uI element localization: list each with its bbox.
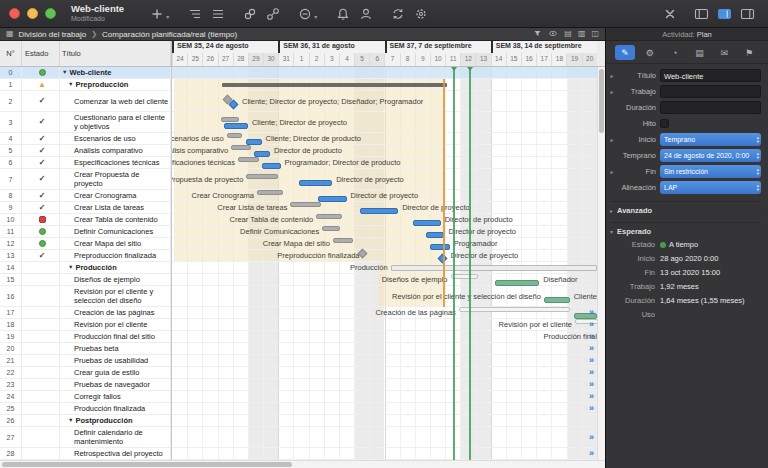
table-row[interactable]: 18Revisión por el cliente (0, 319, 171, 331)
disclosure-triangle-icon[interactable]: ▼ (68, 80, 73, 89)
gantt-row[interactable]: Cliente; Director de proyecto (172, 112, 597, 133)
field-popup[interactable]: LAP▴▾ (660, 181, 761, 194)
day-header[interactable]: 27 (218, 53, 233, 66)
day-header[interactable]: 8 (400, 53, 415, 66)
continuation-arrows-icon[interactable]: » (589, 355, 594, 366)
list-view-icon[interactable] (209, 5, 226, 22)
actual-bar[interactable] (544, 297, 570, 303)
day-header[interactable]: 13 (475, 53, 490, 66)
planned-milestone-icon[interactable] (358, 249, 368, 259)
day-header[interactable]: 25 (187, 53, 202, 66)
resources-person-icon[interactable] (357, 5, 374, 22)
continuation-arrows-icon[interactable]: » (589, 403, 594, 414)
gantt-row[interactable]: Crear Propuesta de proyectoDirector de p… (172, 169, 597, 190)
inspector-toggle-icon[interactable] (716, 5, 733, 22)
add-activity-icon[interactable] (148, 5, 165, 22)
chevron-down-icon[interactable]: ▾ (166, 13, 169, 20)
planned-bar[interactable] (459, 307, 570, 312)
day-header[interactable]: 16 (521, 53, 536, 66)
library-panel-icon[interactable] (739, 5, 756, 22)
day-header[interactable]: 4 (339, 53, 354, 66)
field-popup[interactable]: 24 de agosto de 2020, 0:00▴▾ (660, 149, 761, 162)
planned-bar[interactable] (316, 214, 342, 219)
summary-bar[interactable] (222, 83, 447, 87)
table-row[interactable]: 1▲▼Preproducción (0, 79, 171, 91)
day-header[interactable]: 18 (551, 53, 566, 66)
breadcrumb-subview[interactable]: Comparación planificada/real (tiempo) (102, 30, 237, 39)
inspector-tab-columns[interactable]: ▤ (689, 45, 709, 60)
day-header[interactable]: 29 (248, 53, 263, 66)
column-header-title[interactable]: Título (60, 41, 171, 66)
gantt-row[interactable]: Revisión por el cliente» (172, 319, 597, 331)
gantt-row[interactable]: » (172, 448, 597, 460)
actual-bar[interactable] (224, 123, 248, 129)
table-row[interactable]: 15Diseños de ejemplo (0, 274, 171, 286)
sync-icon[interactable] (389, 5, 406, 22)
gantt-chart[interactable]: Cliente; Director de proyecto; Diseñador… (172, 67, 597, 460)
view-option-split-icon[interactable]: ◫ (591, 30, 599, 38)
inspector-tab-schedule[interactable]: ◔ (665, 45, 685, 60)
day-header[interactable]: 3 (324, 53, 339, 66)
continuation-arrows-icon[interactable]: » (589, 319, 594, 330)
table-row[interactable]: 28Retrospectiva del proyecto (0, 448, 171, 460)
planned-bar[interactable] (322, 226, 340, 231)
gantt-row[interactable]: » (172, 391, 597, 403)
continuation-arrows-icon[interactable]: » (589, 379, 594, 390)
horizontal-scrollbar[interactable] (0, 460, 605, 468)
gantt-row[interactable]: » (172, 379, 597, 391)
gantt-row[interactable]: Diseños de ejemploDiseñador (172, 274, 597, 286)
continuation-arrows-icon[interactable]: » (589, 331, 594, 342)
day-header[interactable]: 7 (384, 53, 399, 66)
gantt-row[interactable]: Crear CronogramaDirector de proyecto (172, 190, 597, 202)
table-row[interactable]: 27Definir calendario de mantenimiento (0, 427, 171, 448)
disclosure-icon[interactable]: ▸ (608, 136, 616, 143)
zoom-window-button[interactable] (45, 8, 56, 19)
summary-bar[interactable] (391, 265, 597, 271)
disclosure-triangle-icon[interactable]: ▼ (68, 416, 73, 425)
day-header[interactable]: 9 (415, 53, 430, 66)
table-row[interactable]: 25Producción finalizada (0, 403, 171, 415)
minimize-window-button[interactable] (27, 8, 38, 19)
table-row[interactable]: 2✓Comenzar la web del cliente (0, 91, 171, 112)
continuation-arrows-icon[interactable]: » (589, 391, 594, 402)
table-row[interactable]: 4✓Escenarios de uso (0, 133, 171, 145)
gantt-row[interactable]: Producción (172, 262, 597, 274)
day-header[interactable]: 6 (369, 53, 384, 66)
gantt-row[interactable]: » (172, 355, 597, 367)
planned-bar[interactable] (451, 274, 478, 279)
continuation-arrows-icon[interactable]: » (589, 343, 594, 354)
field-input[interactable]: Web-cliente (660, 69, 761, 82)
table-row[interactable]: 26▼Postproducción (0, 415, 171, 427)
gantt-row[interactable]: Análisis comparativoDirector de producto (172, 145, 597, 157)
table-row[interactable]: 6✓Especificaciones técnicas (0, 157, 171, 169)
gantt-row[interactable]: » (172, 427, 597, 448)
table-row[interactable]: 7✓Crear Propuesta de proyecto (0, 169, 171, 190)
table-row[interactable]: 8✓Crear Cronograma (0, 190, 171, 202)
day-header[interactable]: 28 (233, 53, 248, 66)
planned-bar[interactable] (333, 238, 353, 243)
gantt-row[interactable]: Creación de las páginas» (172, 307, 597, 319)
column-header-number[interactable]: N° (0, 41, 22, 66)
gantt-row[interactable] (172, 415, 597, 427)
day-header[interactable]: 10 (430, 53, 445, 66)
table-row[interactable]: 16Revisión por el cliente y selección de… (0, 286, 171, 307)
gantt-row[interactable]: Revisión por el cliente y selección del … (172, 286, 597, 307)
chevron-down-icon[interactable]: ▾ (314, 13, 317, 20)
link-activities-icon[interactable] (241, 5, 258, 22)
planned-bar[interactable] (290, 202, 320, 207)
settings-gear-icon[interactable] (412, 5, 429, 22)
table-row[interactable]: 20Pruebas beta (0, 343, 171, 355)
table-row[interactable]: 9✓Crear Lista de tareas (0, 202, 171, 214)
disclosure-icon[interactable]: ▸ (608, 168, 616, 175)
view-grid-icon[interactable]: ▦ (6, 30, 14, 38)
gantt-row[interactable]: » (172, 367, 597, 379)
left-sidebar-icon[interactable] (693, 5, 710, 22)
planned-bar[interactable] (238, 157, 259, 162)
day-header[interactable]: 5 (354, 53, 369, 66)
gantt-row[interactable]: Crear Lista de tareasDirector de proyect… (172, 202, 597, 214)
table-row[interactable]: 17Creación de las páginas (0, 307, 171, 319)
day-header[interactable]: 14 (491, 53, 506, 66)
filter-icon[interactable] (533, 29, 542, 40)
table-row[interactable]: 12Crear Mapa del sitio (0, 238, 171, 250)
continuation-arrows-icon[interactable]: » (589, 432, 594, 443)
